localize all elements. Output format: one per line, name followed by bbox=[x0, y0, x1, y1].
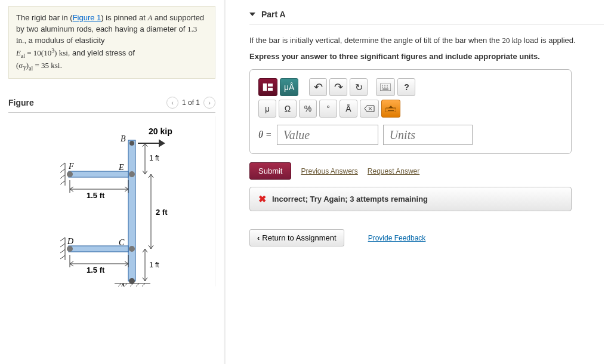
part-header[interactable]: Part A bbox=[249, 6, 604, 24]
keyboard-shortcuts-icon bbox=[385, 105, 396, 112]
keyboard-button[interactable] bbox=[376, 78, 395, 96]
fig-label-D: D bbox=[67, 237, 73, 246]
feedback-banner: ✖ Incorrect; Try Again; 3 attempts remai… bbox=[249, 187, 572, 211]
figure-diagram: 20 kip B 1 ft F E 1.5 ft 2 ft D C 1.5 ft… bbox=[22, 116, 201, 286]
svg-line-4 bbox=[134, 283, 139, 286]
svg-line-16 bbox=[60, 181, 65, 184]
figure-next-button[interactable]: › bbox=[203, 97, 215, 109]
svg-line-13 bbox=[60, 163, 65, 166]
answer-input-row: θ = bbox=[258, 125, 563, 145]
problem-text-1: The rigid bar in ( bbox=[16, 13, 73, 22]
problem-text-4: , a modulus of elasticity bbox=[24, 36, 104, 45]
svg-point-7 bbox=[129, 278, 135, 284]
previous-answers-link[interactable]: Previous Answers bbox=[301, 167, 357, 175]
units-symbols-button[interactable]: μÅ bbox=[280, 78, 298, 96]
chevron-left-icon: ‹ bbox=[257, 233, 260, 242]
fig-label-B: B bbox=[121, 134, 126, 143]
svg-rect-9 bbox=[69, 171, 128, 177]
yield-pre: , and yield stress of bbox=[68, 48, 135, 57]
fig-label-load: 20 kip bbox=[149, 127, 172, 136]
left-pane: The rigid bar in (Figure 1) is pinned at… bbox=[0, 0, 226, 364]
sigma-open: (σ bbox=[16, 61, 23, 70]
E-unit: ) ksi bbox=[54, 48, 68, 57]
svg-point-42 bbox=[387, 85, 388, 86]
templates-button[interactable] bbox=[258, 78, 277, 96]
svg-line-15 bbox=[60, 175, 65, 178]
footer-row: ‹ Return to Assignment Provide Feedback bbox=[249, 229, 604, 246]
request-answer-link[interactable]: Request Answer bbox=[368, 167, 419, 175]
svg-rect-39 bbox=[380, 84, 391, 91]
units-input[interactable] bbox=[383, 125, 473, 145]
fig-label-C: C bbox=[119, 238, 125, 247]
undo-button[interactable]: ↶ bbox=[309, 78, 327, 96]
omega-button[interactable]: Ω bbox=[279, 100, 297, 118]
question-load: 20 kip bbox=[502, 36, 521, 45]
svg-line-14 bbox=[60, 169, 65, 172]
figure-prev-button[interactable]: ‹ bbox=[166, 97, 178, 109]
svg-marker-49 bbox=[388, 106, 393, 108]
svg-rect-46 bbox=[382, 89, 388, 90]
fig-label-1.5ft-top: 1.5 ft bbox=[87, 191, 105, 200]
part-title: Part A bbox=[261, 10, 286, 19]
E-sub: al bbox=[21, 52, 25, 58]
collapse-icon bbox=[249, 13, 255, 16]
degree-button[interactable]: ° bbox=[319, 100, 337, 118]
figure-nav: ‹ 1 of 1 › bbox=[166, 97, 215, 109]
keyboard-shortcuts-button[interactable] bbox=[381, 100, 400, 118]
svg-point-11 bbox=[129, 171, 135, 177]
backspace-icon bbox=[364, 105, 375, 112]
svg-line-22 bbox=[60, 243, 65, 247]
svg-point-18 bbox=[67, 246, 73, 252]
feedback-text: Incorrect; Try Again; 3 attempts remaini… bbox=[272, 195, 428, 203]
question-pre: If the bar is initially vertical, determ… bbox=[249, 36, 502, 45]
svg-line-21 bbox=[60, 237, 65, 241]
action-row: Submit Previous Answers Request Answer bbox=[249, 162, 604, 180]
fig-label-1.5ft-bot: 1.5 ft bbox=[87, 266, 105, 274]
svg-point-45 bbox=[387, 87, 388, 88]
provide-feedback-link[interactable]: Provide Feedback bbox=[368, 234, 426, 242]
question-post: load is applied. bbox=[521, 36, 575, 45]
fig-label-A: A bbox=[119, 282, 125, 286]
figure-title: Figure bbox=[8, 98, 34, 107]
mu-button[interactable]: μ bbox=[258, 100, 276, 118]
percent-button[interactable]: % bbox=[299, 100, 317, 118]
question-text: If the bar is initially vertical, determ… bbox=[249, 35, 604, 46]
problem-text-2: ) is pinned at bbox=[101, 13, 147, 22]
svg-point-19 bbox=[129, 246, 135, 252]
fig-label-2ft: 2 ft bbox=[156, 208, 168, 217]
fig-label-1ft-bot: 1 ft bbox=[149, 261, 159, 269]
svg-rect-36 bbox=[263, 84, 267, 91]
E-eq: = 10(10 bbox=[25, 48, 51, 57]
svg-point-44 bbox=[385, 87, 386, 88]
svg-rect-38 bbox=[268, 88, 273, 91]
svg-point-10 bbox=[67, 171, 73, 177]
svg-point-40 bbox=[382, 85, 384, 86]
keyboard-icon bbox=[380, 84, 391, 91]
svg-rect-51 bbox=[388, 110, 394, 112]
figure-viewport[interactable]: 20 kip B 1 ft F E 1.5 ft 2 ft D C 1.5 ft… bbox=[8, 116, 215, 286]
fig-label-1ft-top: 1 ft bbox=[149, 154, 159, 162]
backspace-button[interactable] bbox=[360, 100, 379, 118]
problem-statement: The rigid bar in (Figure 1) is pinned at… bbox=[8, 6, 215, 79]
figure-header: Figure ‹ 1 of 1 › bbox=[8, 97, 215, 113]
angstrom-button[interactable]: Å bbox=[340, 100, 357, 118]
theta-label: θ = bbox=[258, 129, 272, 140]
return-button[interactable]: ‹ Return to Assignment bbox=[249, 229, 344, 246]
svg-rect-37 bbox=[268, 84, 273, 87]
submit-button[interactable]: Submit bbox=[249, 162, 291, 180]
problem-period: . bbox=[60, 61, 62, 70]
toolbar: μÅ ↶ ↷ ↻ ? μ Ω % ° Å bbox=[258, 78, 563, 118]
reset-button[interactable]: ↻ bbox=[350, 78, 368, 96]
svg-line-5 bbox=[140, 283, 145, 286]
redo-button[interactable]: ↷ bbox=[329, 78, 347, 96]
figure-link[interactable]: Figure 1 bbox=[73, 13, 101, 22]
svg-line-23 bbox=[60, 249, 65, 253]
fig-label-F: F bbox=[68, 162, 74, 171]
svg-point-8 bbox=[129, 141, 134, 146]
svg-marker-26 bbox=[159, 140, 164, 146]
incorrect-icon: ✖ bbox=[258, 193, 266, 205]
help-button[interactable]: ? bbox=[397, 78, 415, 96]
right-pane: Part A If the bar is initially vertical,… bbox=[226, 0, 611, 364]
answer-widget: μÅ ↶ ↷ ↻ ? μ Ω % ° Å bbox=[249, 69, 572, 154]
value-input[interactable] bbox=[277, 125, 378, 145]
